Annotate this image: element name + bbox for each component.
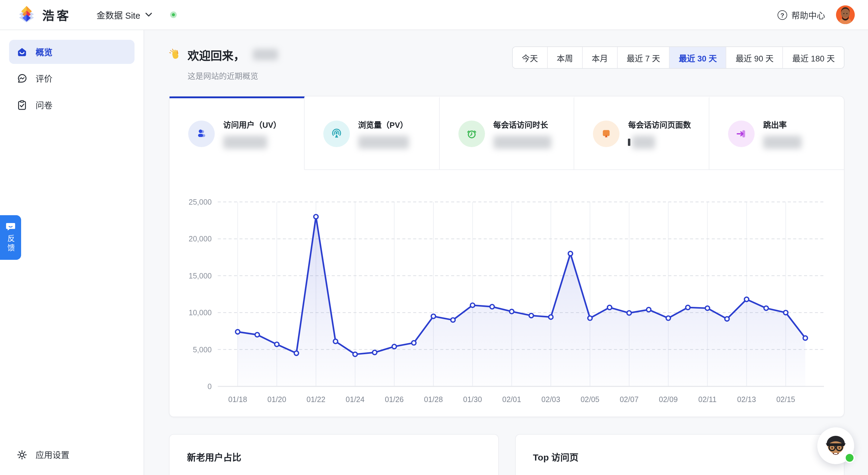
broadcast-icon xyxy=(323,121,350,147)
stat-tab-pv[interactable]: 浏览量（PV） xyxy=(305,96,440,170)
overview-panel: 访问用户（UV） xyxy=(169,96,844,417)
help-center-button[interactable]: ? 帮助中心 xyxy=(777,9,825,21)
help-center-label: 帮助中心 xyxy=(792,9,825,21)
stat-label: 访问用户（UV） xyxy=(223,118,281,130)
welcome-name-redacted xyxy=(253,49,278,60)
stat-tab-session-duration[interactable]: 每会话访问时长 xyxy=(439,96,575,170)
svg-text:02/09: 02/09 xyxy=(659,395,678,404)
users-icon xyxy=(188,121,215,147)
brand: 浩客 xyxy=(16,4,71,25)
svg-text:02/15: 02/15 xyxy=(776,395,795,404)
sidebar-item-label: 问卷 xyxy=(36,99,53,111)
uv-trend-chart[interactable]: 05,00010,00015,00020,00025,00001/1801/20… xyxy=(169,178,845,410)
svg-text:02/03: 02/03 xyxy=(541,395,560,404)
svg-text:5,000: 5,000 xyxy=(193,345,212,354)
wave-hand-icon xyxy=(169,48,182,61)
sidebar-item-overview[interactable]: 概览 xyxy=(9,40,134,64)
svg-text:01/26: 01/26 xyxy=(385,395,404,404)
sidebar-item-app-settings[interactable]: 应用设置 xyxy=(9,442,134,467)
stat-value-redacted xyxy=(223,135,281,149)
stat-label: 跳出率 xyxy=(763,118,802,130)
exit-icon xyxy=(728,121,754,147)
svg-text:02/11: 02/11 xyxy=(698,395,717,404)
svg-text:0: 0 xyxy=(208,382,212,391)
stat-tab-bounce-rate[interactable]: 跳出率 xyxy=(709,96,844,170)
svg-text:10,000: 10,000 xyxy=(189,308,212,317)
page-subtitle: 这是网站的近期概览 xyxy=(188,70,278,81)
svg-text:02/01: 02/01 xyxy=(502,395,521,404)
sidebar-item-surveys[interactable]: 问卷 xyxy=(9,93,134,117)
svg-text:01/24: 01/24 xyxy=(346,395,365,404)
page-title: 欢迎回来， xyxy=(169,46,278,63)
clock-icon xyxy=(458,121,485,147)
stat-tab-pages-per-session[interactable]: 每会话访问页面数 xyxy=(575,96,710,170)
svg-text:25,000: 25,000 xyxy=(189,198,212,206)
site-selector[interactable]: 金数据 Site xyxy=(96,8,152,21)
welcome-row: 欢迎回来， 这是网站的近期概览 今天 本周 本月 最近 7 天 最近 30 天 … xyxy=(169,46,844,81)
welcome-block: 欢迎回来， 这是网站的近期概览 xyxy=(169,46,278,81)
user-avatar[interactable] xyxy=(836,5,855,24)
stat-value-redacted xyxy=(358,135,409,149)
sidebar-item-reviews[interactable]: 评价 xyxy=(9,66,134,91)
online-status-dot xyxy=(844,453,855,463)
survey-icon xyxy=(16,99,28,111)
svg-text:02/05: 02/05 xyxy=(581,395,599,404)
svg-text:01/20: 01/20 xyxy=(268,395,286,404)
chevron-down-icon xyxy=(145,13,152,17)
stat-tab-uv[interactable]: 访问用户（UV） xyxy=(169,96,305,170)
sidebar-item-label: 应用设置 xyxy=(36,448,69,461)
top-bar: 浩客 金数据 Site ? 帮助中心 xyxy=(0,0,868,30)
time-range-this-week[interactable]: 本周 xyxy=(547,47,582,68)
sidebar-item-label: 概览 xyxy=(36,46,53,58)
time-range-this-month[interactable]: 本月 xyxy=(582,47,617,68)
svg-text:01/22: 01/22 xyxy=(306,395,326,404)
feedback-button[interactable]: 反馈 xyxy=(0,215,21,260)
stat-label: 浏览量（PV） xyxy=(358,118,409,130)
time-range-180d[interactable]: 最近 180 天 xyxy=(783,47,844,68)
sidebar-item-label: 评价 xyxy=(36,72,53,84)
svg-text:15,000: 15,000 xyxy=(189,272,212,280)
uv-trend-chart-wrap: 05,00010,00015,00020,00025,00001/1801/20… xyxy=(169,170,844,416)
svg-text:01/30: 01/30 xyxy=(463,395,482,404)
stat-value-partial xyxy=(628,138,631,145)
time-range-7d[interactable]: 最近 7 天 xyxy=(617,47,669,68)
top-pages-card: Top 访问页 xyxy=(515,434,844,475)
feedback-label: 反馈 xyxy=(5,234,16,253)
user-avatar-image xyxy=(836,5,855,24)
brand-logo-icon xyxy=(16,4,37,25)
pages-icon xyxy=(593,121,620,147)
svg-text:02/07: 02/07 xyxy=(620,395,639,404)
svg-text:01/18: 01/18 xyxy=(228,395,247,404)
card-title: Top 访问页 xyxy=(533,450,826,463)
svg-text:02/13: 02/13 xyxy=(737,395,756,404)
sidebar: 概览 评价 问卷 xyxy=(0,30,144,475)
chat-widget-avatar[interactable] xyxy=(817,428,854,464)
topbar-right: ? 帮助中心 xyxy=(777,5,855,24)
time-range-90d[interactable]: 最近 90 天 xyxy=(726,47,783,68)
card-title: 新老用户占比 xyxy=(187,450,480,463)
stat-label: 每会话访问页面数 xyxy=(628,118,691,130)
svg-text:20,000: 20,000 xyxy=(189,235,212,243)
stat-value-redacted xyxy=(628,135,691,149)
stat-value-redacted xyxy=(763,135,802,149)
stat-tabs: 访问用户（UV） xyxy=(169,96,844,170)
question-icon: ? xyxy=(777,10,787,20)
time-range-30d[interactable]: 最近 30 天 xyxy=(669,47,726,68)
time-range-group: 今天 本周 本月 最近 7 天 最近 30 天 最近 90 天 最近 180 天 xyxy=(512,46,844,69)
feedback-bubble-icon xyxy=(6,222,16,231)
site-selector-label: 金数据 Site xyxy=(96,8,140,21)
app-root: 浩客 金数据 Site ? 帮助中心 xyxy=(0,0,868,475)
svg-text:01/28: 01/28 xyxy=(424,395,443,404)
main-content: 欢迎回来， 这是网站的近期概览 今天 本周 本月 最近 7 天 最近 30 天 … xyxy=(144,30,868,475)
stat-label: 每会话访问时长 xyxy=(493,118,551,130)
gear-icon xyxy=(16,449,28,460)
site-status-dot xyxy=(170,11,177,18)
brand-name: 浩客 xyxy=(42,6,71,24)
time-range-today[interactable]: 今天 xyxy=(513,47,547,68)
stat-value-redacted xyxy=(493,135,551,149)
home-icon xyxy=(16,46,28,58)
bottom-cards-row: 新老用户占比 Top 访问页 xyxy=(169,434,844,475)
new-vs-returning-card: 新老用户占比 xyxy=(169,434,499,475)
comment-icon xyxy=(16,73,28,84)
welcome-text: 欢迎回来， xyxy=(188,46,245,63)
